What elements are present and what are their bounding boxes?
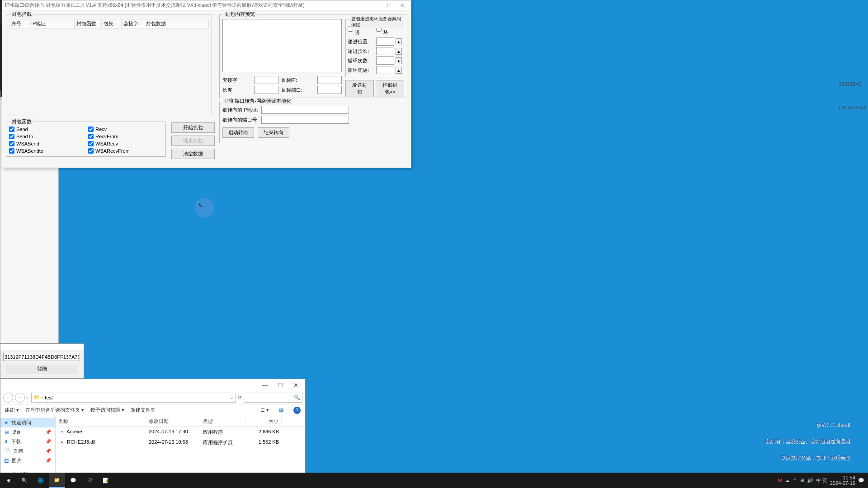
chk-wsasendto[interactable]: WSASendto <box>9 148 84 154</box>
tray-m-icon[interactable]: M <box>778 478 782 483</box>
start-capture-button[interactable]: 开始抓包 <box>171 122 215 133</box>
capture-group: 封包拦截 序号 IP地址 封包函数 包长 套接字 封包数据 <box>6 14 212 116</box>
explorer-titlebar[interactable]: — ☐ ✕ <box>0 379 305 391</box>
tray-vol-icon[interactable]: 🔊 <box>807 478 813 483</box>
cmd-share[interactable]: 授予访问权限 ▾ <box>90 407 124 413</box>
clock-date[interactable]: 2024-07-16 <box>830 480 855 486</box>
tray-cloud-icon[interactable]: ☁ <box>785 478 790 483</box>
th-seq[interactable]: 序号 <box>9 19 29 28</box>
rport-input[interactable] <box>261 116 349 124</box>
chk-send[interactable]: Send <box>9 127 84 132</box>
stop-capture-button[interactable]: 结束抓包 <box>171 136 215 146</box>
addr-dropdown[interactable]: ⌄ <box>230 394 234 400</box>
lbl-rip: 欲转向的IP地址: <box>222 107 259 113</box>
search-button[interactable]: 🔍 <box>16 473 33 488</box>
start-redirect-button[interactable]: 启动转向 <box>222 127 254 138</box>
send-packet-button[interactable]: 发送封包 <box>345 80 374 97</box>
w1-titlebar[interactable]: IP和端口综合转向 封包压力测试工具V1.4 支持x86x64 [本软件仅用于技… <box>2 0 411 10</box>
tree-downloads[interactable]: ⬇下载📌 <box>0 437 55 446</box>
step-spin[interactable]: ▴ <box>396 48 402 55</box>
file-row[interactable]: ▫ An.exe2024-07-13 17:30应用程序2,636 KB <box>56 427 305 437</box>
tb-explorer[interactable]: 📁 <box>49 473 65 488</box>
col-date[interactable]: 修改日期 <box>146 416 200 427</box>
tray-up-icon[interactable]: ⌃ <box>793 478 797 483</box>
login-button[interactable]: 登陆 <box>6 364 78 374</box>
tb-app2[interactable]: 🛡 <box>81 473 98 488</box>
tb-edge[interactable]: 🌐 <box>33 473 49 488</box>
tgtip-input[interactable] <box>317 76 342 84</box>
side-file1: 220710XC <box>839 81 866 87</box>
chk-sendto[interactable]: SendTo <box>9 134 84 139</box>
gap-spin[interactable]: ▴ <box>396 67 402 74</box>
help-icon[interactable]: ? <box>293 407 301 414</box>
redirect-title: IP和端口转向-网络验证本地化 <box>223 98 293 104</box>
system-tray[interactable]: M ☁ ⌃ 🖥 🔊 中 英 10:54 2024-07-16 💬 <box>774 475 868 486</box>
maximize-button[interactable]: ☐ <box>383 1 396 9</box>
path-segment[interactable]: test <box>45 395 53 400</box>
step-input[interactable] <box>376 47 394 55</box>
th-data[interactable]: 封包数据 <box>144 19 209 28</box>
exp-min[interactable]: — <box>257 382 273 389</box>
tree-docs[interactable]: 📄文档📌 <box>0 446 55 456</box>
capture-title: 封包拦截 <box>10 11 33 18</box>
stop-redirect-button[interactable]: 结束转向 <box>258 127 289 138</box>
len-input[interactable] <box>254 86 278 94</box>
pos-input[interactable] <box>376 38 394 46</box>
up-button[interactable]: ↑ <box>27 395 29 400</box>
th-sock[interactable]: 套接字 <box>122 19 144 28</box>
tree-quickaccess[interactable]: ★快速访问 <box>0 418 55 427</box>
exp-max[interactable]: ☐ <box>273 382 288 389</box>
col-name[interactable]: 名称 <box>56 416 146 427</box>
preview-textarea[interactable] <box>222 19 342 72</box>
forward-button[interactable]: → <box>15 393 25 403</box>
chk-wsarecvfrom[interactable]: WSARecvFrom <box>88 148 163 154</box>
sock-input[interactable] <box>254 76 278 84</box>
exp-close[interactable]: ✕ <box>288 382 303 389</box>
cmd-include[interactable]: 在库中包含所选的文件夹 ▾ <box>25 407 84 413</box>
file-row[interactable]: ▫ RCHE2J3.dll2024-07-16 10:53应用程序扩展1,552… <box>56 437 305 448</box>
chk-recv[interactable]: Recv <box>88 127 163 132</box>
pos-spin[interactable]: ▴ <box>396 38 402 45</box>
chk-wsasend[interactable]: WSASend <box>9 141 84 146</box>
tree-desktop[interactable]: 🖥桌面📌 <box>0 427 55 437</box>
view-list-icon[interactable]: ☰ ▾ <box>260 407 269 413</box>
tray-net-icon[interactable]: 🖥 <box>799 478 804 483</box>
address-bar[interactable]: 📁 › test ⌄ <box>31 393 236 403</box>
ime-indicator[interactable]: 中 英 <box>816 477 827 484</box>
docs-icon: 📄 <box>4 448 10 454</box>
col-size[interactable]: 大小 <box>245 416 282 427</box>
tb-app1[interactable]: 💬 <box>65 473 81 488</box>
view-preview-icon[interactable]: ▦ <box>279 407 283 413</box>
close-button[interactable]: ✕ <box>396 1 408 9</box>
gap-input[interactable] <box>376 66 394 74</box>
chk-recvfrom[interactable]: RecvFrom <box>88 134 163 139</box>
tb-app3[interactable]: 📝 <box>98 473 114 488</box>
file-icon: ▫ <box>58 428 66 435</box>
th-func[interactable]: 封包函数 <box>75 19 102 28</box>
explorer-search[interactable]: 🔍 <box>244 393 302 403</box>
key-input[interactable] <box>3 353 80 361</box>
tree-pics[interactable]: 🖼图片📌 <box>0 456 55 465</box>
loop-spin[interactable]: ▴ <box>396 57 402 64</box>
th-ip[interactable]: IP地址 <box>29 19 75 28</box>
notif-icon[interactable]: 💬 <box>858 478 864 483</box>
tgtport-input[interactable] <box>317 86 342 94</box>
clear-button[interactable]: 清空数据 <box>171 149 215 159</box>
login-titlebar[interactable] <box>0 344 84 350</box>
back-button[interactable]: ← <box>3 393 13 403</box>
desktop-icon: 🖥 <box>4 430 9 435</box>
cmd-organize[interactable]: 组织 ▾ <box>5 407 19 413</box>
packet-table[interactable]: 序号 IP地址 封包函数 包长 套接字 封包数据 <box>9 19 209 28</box>
refresh-button[interactable]: ⟳ <box>238 394 242 400</box>
intercept-button[interactable]: 拦截封包>> <box>376 80 404 97</box>
th-len[interactable]: 包长 <box>102 19 122 28</box>
rip-input[interactable] <box>261 106 349 114</box>
col-type[interactable]: 类型 <box>200 416 245 427</box>
loop-input[interactable] <box>376 56 394 65</box>
cmd-newfolder[interactable]: 新建文件夹 <box>131 407 156 413</box>
clock-time[interactable]: 10:54 <box>830 475 855 480</box>
login-window: 登陆 <box>0 343 84 379</box>
start-button[interactable]: ⊞ <box>0 473 16 488</box>
chk-wsarecv[interactable]: WSARecv <box>88 141 163 146</box>
minimize-button[interactable]: — <box>370 1 383 9</box>
